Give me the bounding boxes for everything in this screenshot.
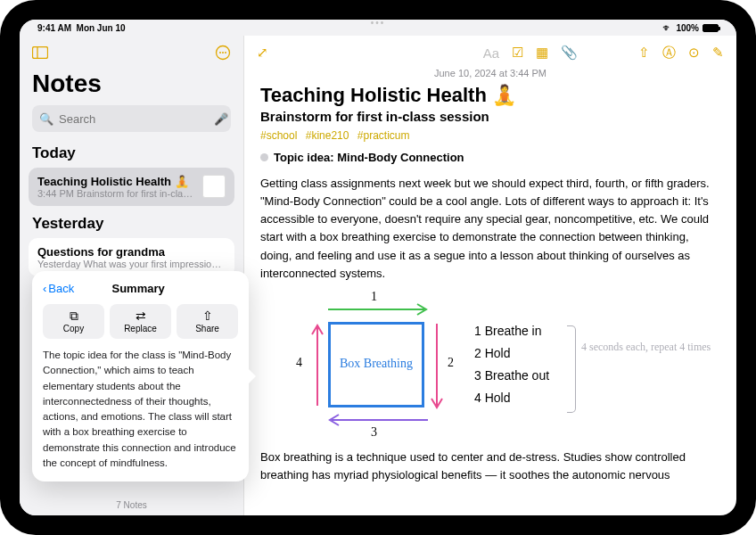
- popover-title: Summary: [38, 282, 238, 295]
- doc-subtitle: Brainstorm for first in-class session: [260, 109, 720, 124]
- checklist-icon[interactable]: ☑: [512, 45, 523, 61]
- compose-icon[interactable]: ✎: [712, 45, 724, 61]
- hint-text: 4 seconds each, repeat 4 times: [581, 340, 711, 355]
- popover-arrow: [249, 369, 256, 383]
- sidebar-toolbar: [20, 36, 243, 70]
- arrow-right: [430, 320, 444, 413]
- svg-point-3: [219, 52, 221, 54]
- topic-heading: Topic idea: Mind-Body Connection: [274, 151, 464, 164]
- side-num: 1: [371, 290, 377, 304]
- note-body[interactable]: Teaching Holistic Health 🧘 Brainstorm fo…: [244, 84, 736, 506]
- section-today: Today: [20, 141, 243, 168]
- replace-button[interactable]: ⇄Replace: [110, 304, 171, 339]
- tags[interactable]: #school #kine210 #practicum: [260, 129, 720, 142]
- replace-icon: ⇄: [136, 309, 146, 322]
- svg-point-4: [222, 52, 224, 54]
- status-left: 9:41 AM Mon Jun 10: [37, 23, 126, 33]
- share-button[interactable]: ⇧Share: [177, 304, 238, 339]
- expand-icon[interactable]: ⤢: [257, 45, 268, 61]
- search-icon: 🔍: [39, 112, 53, 126]
- summary-text: The topic idea for the class is "Mind-Bo…: [43, 348, 238, 471]
- summary-popover: ‹Back Summary ⧉Copy ⇄Replace ⇧Share The …: [32, 271, 249, 482]
- attachment-icon[interactable]: 📎: [561, 45, 578, 61]
- multitask-dots[interactable]: •••: [371, 20, 386, 28]
- svg-point-5: [225, 52, 226, 54]
- arrow-top: [325, 302, 431, 317]
- more-icon[interactable]: ⊙: [688, 45, 700, 61]
- tag[interactable]: #practicum: [357, 129, 410, 142]
- content: Notes 🔍 🎤 Today Teaching Holistic Health…: [20, 36, 736, 515]
- writing-tools-icon[interactable]: Ⓐ: [662, 45, 676, 62]
- side-num: 2: [448, 356, 454, 370]
- ipad-frame: 9:41 AM Mon Jun 10 ᯤ 100% ••• Notes 🔍 🎤 …: [0, 0, 756, 535]
- share-icon[interactable]: ⇧: [638, 45, 650, 61]
- status-right: ᯤ 100%: [662, 22, 719, 33]
- note-title: Teaching Holistic Health 🧘: [37, 175, 195, 188]
- sidebar-title: Notes: [20, 70, 243, 105]
- share-icon: ⇧: [202, 309, 213, 322]
- battery-icon: [703, 24, 719, 32]
- wifi-icon: ᯤ: [662, 22, 672, 33]
- main-toolbar: ⤢ Aa ☑ ▦ 📎 ⇧ Ⓐ ⊙ ✎: [244, 36, 736, 70]
- table-icon[interactable]: ▦: [536, 45, 548, 61]
- note-meta: Yesterday What was your first impression…: [37, 259, 226, 269]
- note-title: Questions for grandma: [37, 245, 226, 259]
- sidebar: Notes 🔍 🎤 Today Teaching Holistic Health…: [20, 36, 244, 515]
- arrow-bottom: [325, 413, 431, 427]
- box-breathing-box: Box Breathing: [328, 322, 424, 407]
- copy-icon: ⧉: [70, 309, 78, 322]
- steps-list: 1 Breathe in 2 Hold 3 Breathe out 4 Hold: [474, 320, 549, 410]
- paragraph: Getting class assignments next week but …: [260, 175, 720, 283]
- search-input[interactable]: [59, 112, 209, 126]
- doc-title: Teaching Holistic Health 🧘: [260, 84, 720, 107]
- paragraph: Box breathing is a technique used to cen…: [260, 449, 720, 484]
- section-yesterday: Yesterday: [20, 211, 243, 238]
- arrow-left: [310, 320, 325, 413]
- bracket-icon: [567, 325, 576, 413]
- svg-rect-0: [33, 47, 48, 59]
- copy-button[interactable]: ⧉Copy: [43, 304, 104, 339]
- tag[interactable]: #kine210: [306, 129, 349, 142]
- note-meta: 3:44 PM Brainstorm for first in-cla…: [37, 188, 195, 199]
- note-thumbnail: [202, 175, 226, 198]
- note-date: June 10, 2024 at 3:44 PM: [244, 68, 736, 78]
- note-item[interactable]: Teaching Holistic Health 🧘 3:44 PM Brain…: [29, 168, 234, 206]
- sketch-area: 1 2 3 4 Box Breathing 1 Breathe in 2 Hol…: [260, 293, 720, 436]
- notes-count: 7 Notes: [20, 497, 243, 515]
- sidebar-toggle-icon[interactable]: [30, 43, 50, 62]
- more-icon[interactable]: [213, 43, 233, 62]
- screen: 9:41 AM Mon Jun 10 ᯤ 100% ••• Notes 🔍 🎤 …: [20, 20, 736, 515]
- battery-percent: 100%: [676, 23, 699, 33]
- mic-icon[interactable]: 🎤: [214, 112, 228, 126]
- format-icon[interactable]: Aa: [483, 45, 499, 61]
- main-pane: ⤢ Aa ☑ ▦ 📎 ⇧ Ⓐ ⊙ ✎ June 10, 2024 at 3:44…: [244, 36, 736, 515]
- search-field[interactable]: 🔍 🎤: [32, 105, 231, 132]
- side-num: 4: [296, 356, 302, 370]
- tag[interactable]: #school: [260, 129, 297, 142]
- bullet-icon: [260, 153, 268, 161]
- side-num: 3: [371, 425, 377, 440]
